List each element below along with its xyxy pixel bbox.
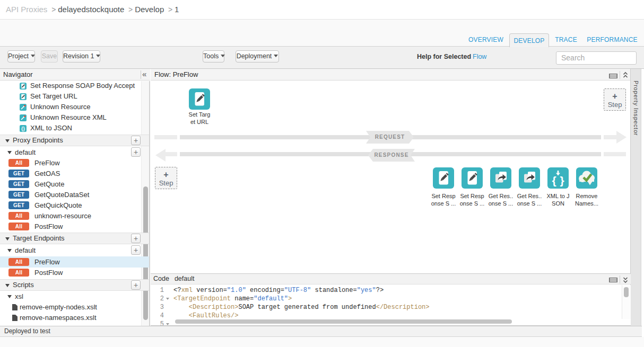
svg-text:{}: {}: [21, 126, 25, 131]
svg-text:}: }: [560, 174, 564, 186]
svg-text:{: {: [552, 174, 556, 186]
